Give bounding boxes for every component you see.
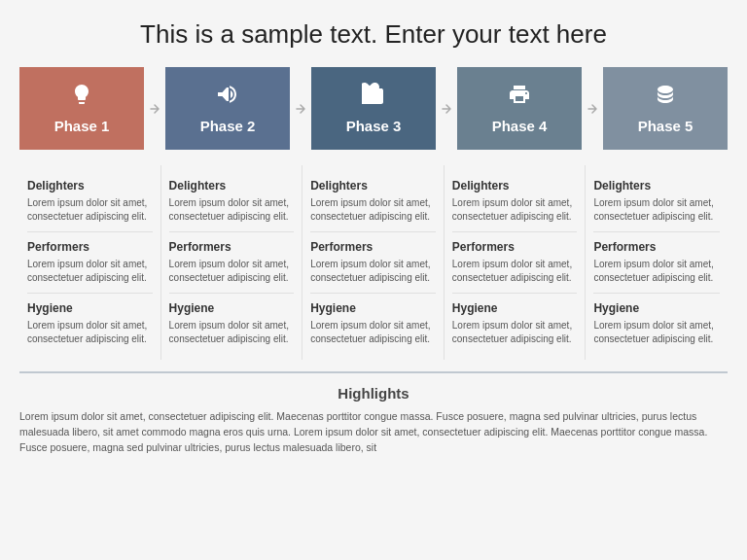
section-body-delighters: Lorem ipsum dolor sit amet, consectetuer… [169, 196, 295, 224]
section-title-delighters: Delighters [27, 179, 153, 192]
content-col-2: DelightersLorem ipsum dolor sit amet, co… [161, 165, 303, 360]
section-block-delighters-col1: DelightersLorem ipsum dolor sit amet, co… [27, 171, 153, 232]
section-block-hygiene-col5: HygieneLorem ipsum dolor sit amet, conse… [593, 294, 720, 354]
phase-icon-3 [362, 83, 385, 112]
section-body-delighters: Lorem ipsum dolor sit amet, consectetuer… [27, 196, 153, 224]
phases-row: Phase 1Phase 2Phase 3Phase 4Phase 5 [19, 67, 728, 150]
phase-box-2: Phase 2 [165, 67, 290, 150]
phase-icon-2 [216, 83, 239, 112]
section-title-hygiene: Hygiene [27, 301, 153, 315]
phase-label-2: Phase 2 [200, 118, 256, 134]
section-block-performers-col4: PerformersLorem ipsum dolor sit amet, co… [452, 232, 578, 294]
section-title-performers: Performers [27, 240, 153, 254]
section-title-hygiene: Hygiene [310, 301, 436, 315]
section-title-performers: Performers [310, 240, 436, 254]
section-block-delighters-col2: DelightersLorem ipsum dolor sit amet, co… [169, 171, 295, 232]
phase-label-4: Phase 4 [492, 118, 548, 134]
content-col-1: DelightersLorem ipsum dolor sit amet, co… [19, 165, 161, 360]
section-body-hygiene: Lorem ipsum dolor sit amet, consectetuer… [310, 319, 436, 346]
phase-label-5: Phase 5 [638, 118, 694, 134]
main-title: This is a sample text. Enter your text h… [19, 19, 728, 50]
section-title-performers: Performers [593, 240, 720, 254]
section-body-performers: Lorem ipsum dolor sit amet, consectetuer… [452, 258, 578, 285]
section-body-performers: Lorem ipsum dolor sit amet, consectetuer… [169, 258, 295, 285]
section-title-delighters: Delighters [169, 179, 295, 192]
section-body-hygiene: Lorem ipsum dolor sit amet, consectetuer… [169, 319, 295, 346]
section-title-delighters: Delighters [452, 179, 578, 192]
section-block-delighters-col4: DelightersLorem ipsum dolor sit amet, co… [452, 171, 578, 232]
phase-box-5: Phase 5 [603, 67, 728, 150]
highlights-text: Lorem ipsum dolor sit amet, consectetuer… [19, 409, 728, 455]
highlights-title: Highlights [19, 385, 728, 402]
phase-arrow-4 [582, 101, 603, 117]
phase-icon-5 [654, 83, 677, 112]
content-col-5: DelightersLorem ipsum dolor sit amet, co… [586, 165, 728, 360]
section-title-hygiene: Hygiene [452, 301, 578, 315]
section-block-performers-col2: PerformersLorem ipsum dolor sit amet, co… [169, 232, 295, 294]
content-col-4: DelightersLorem ipsum dolor sit amet, co… [445, 165, 587, 360]
section-block-performers-col3: PerformersLorem ipsum dolor sit amet, co… [310, 232, 436, 294]
phase-box-4: Phase 4 [457, 67, 582, 150]
section-title-delighters: Delighters [310, 179, 436, 192]
phase-label-1: Phase 1 [54, 118, 110, 134]
phase-arrow-2 [290, 101, 311, 117]
section-block-delighters-col3: DelightersLorem ipsum dolor sit amet, co… [310, 171, 436, 232]
section-body-hygiene: Lorem ipsum dolor sit amet, consectetuer… [27, 319, 153, 346]
section-block-delighters-col5: DelightersLorem ipsum dolor sit amet, co… [593, 171, 720, 232]
section-block-hygiene-col3: HygieneLorem ipsum dolor sit amet, conse… [310, 294, 436, 354]
phase-label-3: Phase 3 [346, 118, 402, 134]
section-title-hygiene: Hygiene [169, 301, 295, 315]
content-col-3: DelightersLorem ipsum dolor sit amet, co… [302, 165, 445, 360]
section-body-delighters: Lorem ipsum dolor sit amet, consectetuer… [593, 196, 720, 224]
section-block-performers-col1: PerformersLorem ipsum dolor sit amet, co… [27, 232, 153, 294]
section-body-delighters: Lorem ipsum dolor sit amet, consectetuer… [310, 196, 436, 224]
phase-icon-1 [70, 83, 93, 112]
section-block-hygiene-col4: HygieneLorem ipsum dolor sit amet, conse… [452, 294, 578, 354]
section-body-performers: Lorem ipsum dolor sit amet, consectetuer… [310, 258, 436, 285]
content-grid: DelightersLorem ipsum dolor sit amet, co… [19, 165, 728, 360]
highlights-section: Highlights Lorem ipsum dolor sit amet, c… [19, 371, 728, 455]
section-block-hygiene-col1: HygieneLorem ipsum dolor sit amet, conse… [27, 294, 153, 354]
phase-arrow-1 [144, 101, 165, 117]
section-title-performers: Performers [169, 240, 295, 254]
section-title-performers: Performers [452, 240, 578, 254]
section-body-hygiene: Lorem ipsum dolor sit amet, consectetuer… [452, 319, 578, 346]
phase-box-1: Phase 1 [19, 67, 144, 150]
section-body-hygiene: Lorem ipsum dolor sit amet, consectetuer… [593, 319, 720, 346]
section-body-performers: Lorem ipsum dolor sit amet, consectetuer… [593, 258, 720, 285]
section-block-hygiene-col2: HygieneLorem ipsum dolor sit amet, conse… [169, 294, 295, 354]
section-block-performers-col5: PerformersLorem ipsum dolor sit amet, co… [593, 232, 720, 294]
phase-box-3: Phase 3 [311, 67, 436, 150]
phase-icon-4 [508, 83, 531, 112]
section-body-performers: Lorem ipsum dolor sit amet, consectetuer… [27, 258, 153, 285]
phase-arrow-3 [436, 101, 457, 117]
section-title-delighters: Delighters [593, 179, 720, 192]
section-title-hygiene: Hygiene [593, 301, 720, 315]
section-body-delighters: Lorem ipsum dolor sit amet, consectetuer… [452, 196, 578, 224]
